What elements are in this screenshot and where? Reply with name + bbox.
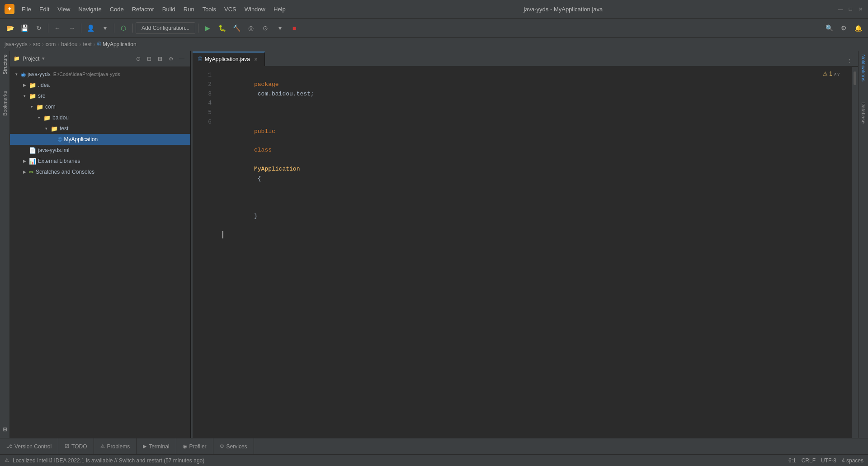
tree-external-libraries[interactable]: ▶ 📊 External Libraries [10, 156, 190, 166]
vcs-dropdown[interactable]: ▾ [99, 22, 111, 34]
version-control-tab[interactable]: ⎇ Version Control [0, 438, 58, 454]
services-tab[interactable]: ⚙ Services [213, 438, 254, 454]
notifications-panel-label[interactable]: Notifications [860, 51, 867, 85]
menu-file[interactable]: File [18, 4, 35, 14]
code-content[interactable]: package com.baidou.test; public class My… [215, 67, 852, 438]
vc-icon: ⎇ [6, 443, 12, 449]
project-dropdown-button[interactable]: ▾ [42, 56, 45, 62]
menu-view[interactable]: View [54, 4, 74, 14]
ext-lib-icon: 📊 [29, 158, 36, 165]
menu-help[interactable]: Help [270, 4, 289, 14]
code-line-2 [219, 108, 852, 118]
minimize-button[interactable]: — [837, 6, 844, 12]
editor-scrollbar[interactable] [852, 67, 858, 438]
breadcrumb-test[interactable]: test [83, 41, 91, 48]
line-ending[interactable]: CRLF [802, 457, 816, 464]
todo-label: TODO [71, 443, 87, 450]
notifications-indicator[interactable]: 🔔 [852, 22, 864, 34]
breadcrumb-com[interactable]: com [46, 41, 56, 48]
panel-minimize-button[interactable]: — [177, 54, 187, 64]
expand-all-button[interactable]: ⊞ [155, 54, 165, 64]
open-folder-button[interactable]: 📂 [4, 22, 16, 34]
bookmarks-panel-label[interactable]: Bookmarks [1, 87, 9, 119]
tree-root-java-yyds[interactable]: ▾ ◉ java-yyds E:\Code\IdeaProject\java-y… [10, 69, 190, 80]
breadcrumb-src[interactable]: src [33, 41, 40, 48]
breadcrumb-java-yyds[interactable]: java-yyds [5, 41, 28, 48]
window-controls: — □ ✕ [837, 6, 863, 12]
debug-green-button[interactable]: ⬡ [117, 22, 130, 34]
breadcrumb-myapplication[interactable]: © MyApplication [97, 41, 137, 48]
dropdown-button[interactable]: ▾ [274, 22, 286, 34]
breadcrumb-sep-2: › [42, 41, 44, 48]
warning-indicator[interactable]: ⚠ 1 ∧∨ [823, 71, 840, 77]
sync-button[interactable]: ↻ [33, 22, 45, 34]
tab-extra-menu[interactable]: ⋮ [844, 56, 854, 66]
menu-refactor[interactable]: Refactor [128, 4, 158, 14]
add-configuration-button[interactable]: Add Configuration... [136, 22, 195, 34]
tree-idea-folder[interactable]: ▶ 📁 .idea [10, 80, 190, 90]
side-icon-1[interactable]: ⊞ [1, 424, 9, 434]
forward-button[interactable]: → [66, 22, 78, 34]
panel-settings-button[interactable]: ⚙ [166, 54, 176, 64]
bottom-panel: ⎇ Version Control ☑ TODO ⚠ Problems ▶ Te… [0, 438, 868, 454]
tree-baidou-folder[interactable]: ▾ 📁 baidou [10, 112, 190, 123]
menu-tools[interactable]: Tools [199, 4, 220, 14]
indent-info[interactable]: 4 spaces [842, 457, 863, 464]
menu-vcs[interactable]: VCS [221, 4, 240, 14]
folder-icon: 📁 [29, 82, 36, 89]
editor-tabs: © MyApplication.java ✕ ⋮ [193, 51, 858, 67]
collapse-all-button[interactable]: ⊟ [144, 54, 154, 64]
menu-build[interactable]: Build [159, 4, 179, 14]
tab-close-button[interactable]: ✕ [253, 56, 259, 62]
tree-src-folder[interactable]: ▾ 📁 src [10, 90, 190, 101]
editor-tab-myapplication[interactable]: © MyApplication.java ✕ [193, 52, 265, 66]
stop-button[interactable]: ■ [288, 22, 301, 34]
menu-code[interactable]: Code [106, 4, 127, 14]
panel-actions: ⊙ ⊟ ⊞ ⚙ — [133, 54, 187, 64]
run-button[interactable]: ▶ [201, 22, 214, 34]
menu-window[interactable]: Window [241, 4, 269, 14]
code-editor[interactable]: 1 2 3 4 5 6 package com.baidou.test; pub… [193, 67, 858, 438]
profiler-tab[interactable]: ◉ Profiler [176, 438, 213, 454]
profiler-button[interactable]: ⊙ [259, 22, 272, 34]
warning-sign: ⚠ [823, 71, 828, 77]
menu-navigate[interactable]: Navigate [75, 4, 105, 14]
tree-com-folder[interactable]: ▾ 📁 com [10, 101, 190, 112]
problems-tab[interactable]: ⚠ Problems [94, 438, 137, 454]
search-everywhere-button[interactable]: 🔍 [823, 22, 835, 34]
left-side-strip: Structure Bookmarks ⊞ [0, 51, 10, 438]
coverage-button[interactable]: ◎ [245, 22, 257, 34]
close-button[interactable]: ✕ [857, 6, 863, 12]
scrollbar-thumb [854, 71, 856, 85]
project-panel-header: 📁 Project ▾ ⊙ ⊟ ⊞ ⚙ — [10, 51, 190, 67]
maximize-button[interactable]: □ [847, 6, 854, 12]
back-button[interactable]: ← [51, 22, 64, 34]
breadcrumb-baidou[interactable]: baidou [61, 41, 77, 48]
tree-myapplication-file[interactable]: ▶ © MyApplication [10, 134, 190, 145]
structure-panel-label[interactable]: Structure [1, 51, 9, 78]
scratches-icon: ✏ [29, 169, 34, 176]
terminal-tab[interactable]: ▶ Terminal [137, 438, 176, 454]
arrow-icon: ▾ [29, 104, 34, 109]
build-button[interactable]: 🔨 [230, 22, 243, 34]
warning-nav[interactable]: ∧∨ [834, 71, 840, 76]
folder-icon: 📁 [36, 104, 43, 110]
tree-scratches-consoles[interactable]: ▶ ✏ Scratches and Consoles [10, 166, 190, 177]
database-panel-label[interactable]: Database [860, 99, 867, 127]
right-sidebar: Notifications Database [858, 51, 868, 438]
settings-button[interactable]: ⚙ [837, 22, 850, 34]
debug-button[interactable]: 🐛 [216, 22, 228, 34]
keyword-class: class [254, 147, 272, 153]
cursor-position[interactable]: 6:1 [788, 457, 796, 464]
tree-iml-file[interactable]: ▶ 📄 java-yyds.iml [10, 145, 190, 156]
locate-file-button[interactable]: ⊙ [133, 54, 143, 64]
menu-edit[interactable]: Edit [36, 4, 53, 14]
main-content: Structure Bookmarks ⊞ 📁 Project ▾ ⊙ ⊟ ⊞ … [0, 51, 868, 438]
menu-run[interactable]: Run [180, 4, 198, 14]
encoding[interactable]: UTF-8 [821, 457, 836, 464]
tree-test-folder[interactable]: ▾ 📁 test [10, 123, 190, 134]
vcs-button[interactable]: 👤 [84, 22, 97, 34]
save-button[interactable]: 💾 [18, 22, 31, 34]
tab-java-icon: © [198, 56, 202, 62]
todo-tab[interactable]: ☑ TODO [58, 438, 94, 454]
